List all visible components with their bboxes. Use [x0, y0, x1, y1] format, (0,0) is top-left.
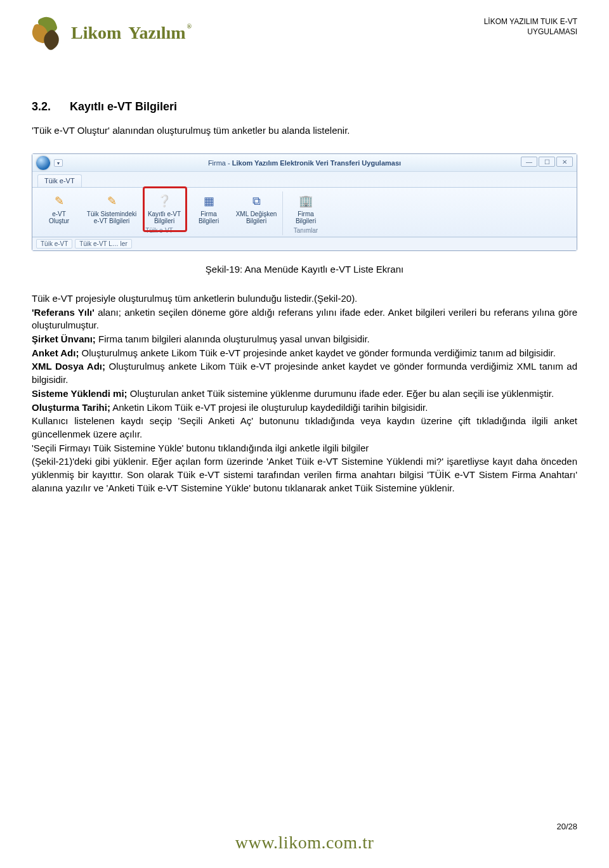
term-xml-dosya-adi: XML Dosya Adı; — [32, 361, 105, 372]
ribbon-btn-label: Kayıtlı e-VT Bilgileri — [147, 211, 182, 224]
brand-logo: Likom Yazılım ® — [32, 16, 192, 49]
page-number: 20/28 — [556, 822, 577, 831]
figure-caption: Şekil-19: Ana Menüde Kayıtlı e-VT Liste … — [32, 264, 577, 275]
window-titlebar: ▾ Firma - Likom Yazılım Elektronik Veri … — [32, 154, 577, 172]
app-orb-icon[interactable] — [36, 156, 50, 170]
body-p8: Kullanıcı listelenen kaydı seçip 'Seçili… — [32, 415, 577, 441]
status-tab-left[interactable]: Tüik e-VT — [36, 239, 72, 249]
ribbon-btn-firma-bilgileri[interactable]: ▦ Firma Bilgileri — [190, 191, 228, 224]
body-p4: Anket Adı; Oluşturulmuş ankete Likom Tüi… — [32, 347, 577, 360]
ribbon-btn-firma-bilgileri-tanimlar[interactable]: 🏢 Firma Bilgileri — [287, 191, 325, 224]
minimize-button[interactable]: — — [521, 157, 537, 167]
body-p5: XML Dosya Adı; Oluşturulmuş ankete Likom… — [32, 360, 577, 386]
section-heading: 3.2. Kayıtlı e-VT Bilgileri — [32, 100, 577, 113]
ribbon-btn-label: e-VT Oluştur — [41, 211, 77, 224]
brand-sub: Yazılım — [128, 23, 185, 43]
ribbon-group-tanimlar: 🏢 Firma Bilgileri Tanımlar — [283, 191, 329, 235]
quick-access-dropdown-icon[interactable]: ▾ — [54, 159, 63, 167]
term-anket-adi: Anket Adı; — [32, 347, 79, 358]
ribbon-btn-evt-olustur[interactable]: ✎ e-VT Oluştur — [40, 191, 78, 224]
status-tab-mid[interactable]: Tüik e-VT L… ler — [75, 239, 131, 249]
page-header: Likom Yazılım ® LİKOM YAZILIM TUIK E-VT … — [32, 16, 577, 49]
ribbon-group-label: Tüik e-VT — [40, 226, 278, 234]
ribbon-btn-label: Tüik Sistemindeki e-VT Bilgileri — [86, 211, 138, 224]
window-title-bold: Likom Yazılım Elektronik Veri Transferi … — [232, 159, 401, 167]
body-p7: Oluşturma Tarihi; Anketin Likom Tüik e-V… — [32, 401, 577, 415]
body-p10: (Şekil-21)'deki gibi yüklenir. Eğer açıl… — [32, 455, 577, 495]
term-olusturma-tarihi: Oluşturma Tarihi; — [32, 402, 110, 413]
page-question-icon: ❔ — [155, 193, 174, 209]
window-title: Firma - Likom Yazılım Elektronik Veri Tr… — [208, 159, 401, 167]
term-sirket-unvani: Şirket Ünvanı; — [32, 334, 96, 344]
window-title-prefix: Firma - — [208, 159, 232, 167]
grid-icon: ▦ — [199, 193, 218, 209]
footer-url: www.likom.com.tr — [235, 832, 374, 853]
pencil-icon: ✎ — [49, 193, 69, 209]
ribbon-group-label: Tanımlar — [287, 226, 325, 234]
ribbon-group-tuik-evt: ✎ e-VT Oluştur ✎ Tüik Sistemindeki e-VT … — [36, 191, 283, 235]
page-footer: 20/28 www.likom.com.tr — [32, 832, 577, 853]
ribbon-btn-xml-degisken[interactable]: ⧉ XML Değişken Bilgileri — [234, 191, 278, 224]
building-icon: 🏢 — [296, 193, 315, 209]
body-p3: Şirket Ünvanı; Firma tanım bilgileri ala… — [32, 333, 577, 346]
section-number: 3.2. — [32, 100, 51, 113]
ribbon-btn-label: Firma Bilgileri — [191, 211, 226, 224]
header-right-text: LİKOM YAZILIM TUIK E-VT UYGULAMASI — [484, 16, 577, 37]
body-p2: 'Referans Yılı' alanı; anketin seçilen d… — [32, 306, 577, 332]
term-referans-yili: 'Referans Yılı' — [32, 307, 95, 318]
body-p6: Sisteme Yüklendi mi; Oluşturulan anket T… — [32, 387, 577, 401]
section-intro: 'Tüik e-VT Oluştur' alanından oluşturulm… — [32, 125, 577, 136]
maximize-button[interactable]: ☐ — [539, 157, 555, 167]
ribbon-btn-label: Firma Bilgileri — [288, 211, 324, 224]
term-sisteme-yuklendi-mi: Sisteme Yüklendi mi; — [32, 388, 128, 399]
code-icon: ⧉ — [247, 193, 266, 209]
body-text-block: Tüik e-VT projesiyle oluşturulmuş tüm an… — [32, 292, 577, 495]
close-button[interactable]: ✕ — [556, 157, 573, 167]
ribbon-btn-tuik-sistemindeki[interactable]: ✎ Tüik Sistemindeki e-VT Bilgileri — [84, 191, 139, 224]
ribbon-btn-label: XML Değişken Bilgileri — [235, 211, 277, 224]
body-p9: 'Seçili Firmayı Tüik Sistemine Yükle' bu… — [32, 442, 577, 455]
registered-mark: ® — [187, 23, 192, 30]
ribbon-tab-tuik-evt[interactable]: Tüik e-VT — [37, 174, 82, 187]
brand-main: Likom — [71, 23, 121, 43]
body-p1: Tüik e-VT projesiyle oluşturulmuş tüm an… — [32, 292, 577, 306]
section-title: Kayıtlı e-VT Bilgileri — [70, 100, 177, 113]
ribbon-btn-kayitli-evt[interactable]: ❔ Kayıtlı e-VT Bilgileri — [145, 191, 183, 224]
pencil-icon: ✎ — [102, 193, 121, 209]
brand-text: Likom Yazılım ® — [71, 23, 192, 43]
app-window-figure: ▾ Firma - Likom Yazılım Elektronik Veri … — [32, 153, 577, 251]
header-right-line1: LİKOM YAZILIM TUIK E-VT — [484, 16, 577, 27]
header-right-line2: UYGULAMASI — [484, 27, 577, 37]
logo-mark-icon — [32, 16, 65, 49]
